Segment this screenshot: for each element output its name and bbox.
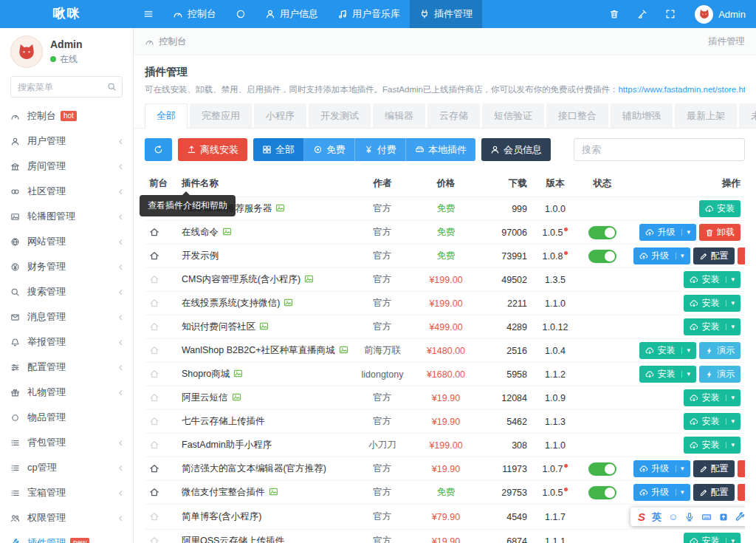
upgrade-button[interactable]: 升级▾ <box>633 484 690 501</box>
config-button[interactable]: 配置 <box>693 247 735 264</box>
upgrade-button[interactable]: 升级▾ <box>639 224 696 241</box>
ime-toolbar[interactable]: S英☺ <box>630 508 745 526</box>
store-link[interactable]: https://www.fastadmin.net/store.html <box>618 85 745 94</box>
sidebar-item-财务管理[interactable]: 财务管理‹ <box>0 254 133 279</box>
brand-logo[interactable]: 啾咪 <box>0 0 134 28</box>
user-menu[interactable]: Admin <box>684 0 756 28</box>
sidebar-item-用户管理[interactable]: 用户管理‹ <box>0 129 133 154</box>
uninstall-button[interactable]: 卸载 <box>738 460 745 477</box>
uninstall-button[interactable]: 卸载 <box>738 484 745 501</box>
plugin-name[interactable]: Shopro商城 <box>182 369 230 379</box>
sidebar-item-cp管理[interactable]: cp管理‹ <box>0 455 133 480</box>
sidebar-item-搜索管理[interactable]: 搜索管理‹ <box>0 279 133 304</box>
plugin-name[interactable]: FastAdmin助手小程序 <box>182 440 272 450</box>
upgrade-button[interactable]: 升级▾ <box>633 460 690 477</box>
tab-小程序[interactable]: 小程序 <box>254 103 306 128</box>
install-button[interactable]: 安装▾ <box>684 389 740 406</box>
filter-免费[interactable]: 免费 <box>304 138 355 161</box>
uninstall-button[interactable]: 卸载 <box>699 224 740 241</box>
sidebar-item-社区管理[interactable]: 社区管理‹ <box>0 179 133 204</box>
nav-item-circle[interactable] <box>226 0 255 28</box>
nav-item-用户音乐库[interactable]: 用户音乐库 <box>328 0 410 28</box>
status-toggle[interactable] <box>588 486 616 499</box>
plugin-name[interactable]: 开发示例 <box>182 250 219 261</box>
sogou-logo-icon[interactable]: S <box>638 510 645 523</box>
sidebar-item-插件管理[interactable]: 插件管理new <box>0 530 133 543</box>
keyboard-icon[interactable] <box>701 512 712 522</box>
plugin-name[interactable]: 阿里OSS云存储上传插件 <box>182 536 284 543</box>
sidebar-item-房间管理[interactable]: 房间管理‹ <box>0 154 133 179</box>
sidebar-item-举报管理[interactable]: 举报管理‹ <box>0 329 133 355</box>
plugin-name[interactable]: 阿里云短信 <box>182 392 228 403</box>
plugin-name[interactable]: 在线命令 <box>182 227 219 237</box>
tab-短信验证[interactable]: 短信验证 <box>482 103 544 128</box>
sidebar-item-控制台[interactable]: 控制台hot <box>0 103 133 129</box>
menu-search-input[interactable] <box>10 76 123 98</box>
sidebar-item-轮播图管理[interactable]: 轮播图管理‹ <box>0 204 133 229</box>
plugin-name[interactable]: CMS内容管理系统(含小程序) <box>182 274 300 284</box>
install-button[interactable]: 安装▾ <box>639 342 696 359</box>
uninstall-button[interactable]: 卸载 <box>738 247 745 264</box>
nav-item-用户信息[interactable]: 用户信息 <box>255 0 328 28</box>
mic-icon[interactable] <box>684 512 695 522</box>
sidebar-toggle-button[interactable] <box>134 0 163 28</box>
status-toggle[interactable] <box>588 462 616 476</box>
install-button[interactable]: 安装▾ <box>639 366 696 383</box>
sidebar-item-背包管理[interactable]: 背包管理‹ <box>0 430 133 455</box>
tab-全部[interactable]: 全部 <box>145 103 188 129</box>
trash-button[interactable] <box>600 0 628 28</box>
nav-item-控制台[interactable]: 控制台 <box>163 0 226 28</box>
install-button[interactable]: 安装▾ <box>684 271 740 288</box>
plugin-name[interactable]: 简单博客(含小程序) <box>182 511 261 522</box>
sidebar-item-配置管理[interactable]: 配置管理‹ <box>0 355 133 380</box>
install-button[interactable]: 安装▾ <box>684 318 740 335</box>
tab-最新上架[interactable]: 最新上架 <box>675 103 737 128</box>
demo-button[interactable]: 演示 <box>699 366 740 383</box>
status-toggle[interactable] <box>588 226 616 239</box>
filter-付费[interactable]: 付费 <box>355 138 406 161</box>
plugin-name[interactable]: 在线投票系统(支持微信) <box>182 298 280 308</box>
demo-button[interactable]: 演示 <box>699 342 740 359</box>
sidebar-item-礼物管理[interactable]: 礼物管理‹ <box>0 380 133 405</box>
install-button[interactable]: 安装▾ <box>684 295 740 312</box>
plugin-name[interactable]: WanlShop B2B2C+社区种草直播商城 <box>182 345 335 355</box>
tab-开发测试[interactable]: 开发测试 <box>309 103 371 128</box>
sidebar-item-宝箱管理[interactable]: 宝箱管理‹ <box>0 480 133 505</box>
fullscreen-button[interactable] <box>656 0 684 28</box>
tab-云存储[interactable]: 云存储 <box>427 103 480 128</box>
square-icon[interactable] <box>718 512 729 522</box>
ime-lang-toggle[interactable]: 英 <box>652 510 662 524</box>
plugin-name[interactable]: 微信支付宝整合插件 <box>182 487 265 497</box>
config-button[interactable]: 配置 <box>693 460 735 477</box>
tab-未归类[interactable]: 未归类 <box>739 103 756 128</box>
config-button[interactable]: 配置 <box>693 484 735 501</box>
filter-全部[interactable]: 全部 <box>253 138 304 161</box>
tab-接口整合[interactable]: 接口整合 <box>546 103 608 128</box>
tab-完整应用[interactable]: 完整应用 <box>190 103 252 128</box>
clean-cache-button[interactable] <box>628 0 656 28</box>
wrench-icon[interactable] <box>735 512 745 522</box>
sidebar-item-权限管理[interactable]: 权限管理‹ <box>0 505 133 530</box>
smiley-icon[interactable]: ☺ <box>668 511 678 522</box>
install-button[interactable]: 安装▾ <box>684 413 740 430</box>
install-button[interactable]: 安装 <box>699 200 740 217</box>
offline-install-button[interactable]: 离线安装 <box>178 138 247 161</box>
member-info-button[interactable]: 会员信息 <box>481 138 551 161</box>
refresh-button[interactable] <box>145 138 172 161</box>
install-button[interactable]: 安装▾ <box>684 533 740 543</box>
plugin-name[interactable]: 简洁强大的富文本编辑器(官方推荐) <box>182 463 326 474</box>
tab-编辑器[interactable]: 编辑器 <box>373 103 425 128</box>
tab-辅助增强[interactable]: 辅助增强 <box>611 103 673 128</box>
upgrade-button[interactable]: 升级▾ <box>633 247 690 264</box>
table-search-input[interactable] <box>574 138 745 161</box>
status-toggle[interactable] <box>588 250 616 263</box>
sidebar-item-物品管理[interactable]: 物品管理 <box>0 405 133 430</box>
sidebar-item-网站管理[interactable]: 网站管理‹ <box>0 229 133 254</box>
breadcrumb-left[interactable]: 控制台 <box>159 35 187 48</box>
plugin-name[interactable]: 七牛云存储上传插件 <box>182 416 265 426</box>
sidebar-item-消息管理[interactable]: 消息管理‹ <box>0 304 133 329</box>
filter-本地插件[interactable]: 本地插件 <box>406 138 475 161</box>
install-button[interactable]: 安装▾ <box>684 437 740 454</box>
plugin-name[interactable]: 知识付费问答社区 <box>182 321 255 332</box>
nav-item-插件管理[interactable]: 插件管理 <box>410 0 482 28</box>
